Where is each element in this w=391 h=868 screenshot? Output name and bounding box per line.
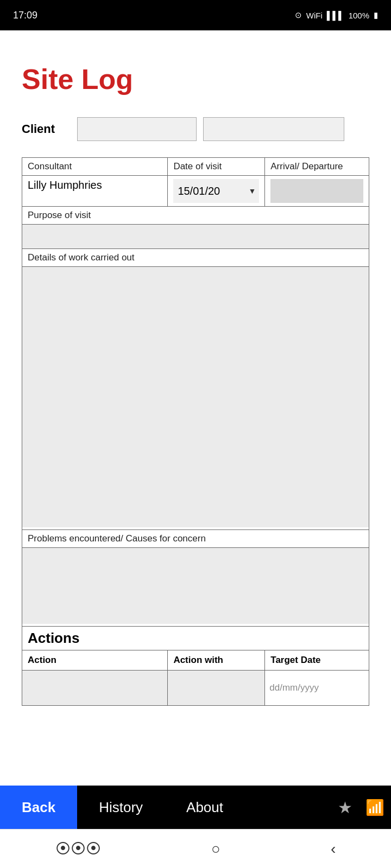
actions-heading: Actions bbox=[22, 627, 369, 650]
purpose-input-cell bbox=[22, 225, 369, 249]
details-label-row: Details of work carried out bbox=[22, 249, 369, 267]
about-button[interactable]: About bbox=[165, 799, 245, 816]
location-icon: ⊙ bbox=[295, 10, 302, 20]
problems-label: Problems encountered/ Causes for concern bbox=[22, 530, 369, 548]
back-button[interactable]: Back bbox=[0, 786, 77, 829]
date-field-container[interactable]: 15/01/20 ▼ bbox=[173, 179, 259, 203]
actions-header-row: Action Action with Target Date bbox=[22, 650, 369, 671]
actions-heading-row: Actions bbox=[22, 627, 369, 650]
bottom-nav: Back History About ★ 📶 bbox=[0, 786, 391, 829]
client-input-1[interactable] bbox=[77, 117, 197, 141]
action-input[interactable] bbox=[22, 671, 167, 705]
history-button[interactable]: History bbox=[77, 799, 165, 816]
table-header-row: Consultant Date of visit Arrival/ Depart… bbox=[22, 158, 369, 176]
wifi-icon: WiFi bbox=[306, 11, 323, 20]
client-label: Client bbox=[22, 122, 71, 136]
signal-icon: ▌▌▌ bbox=[327, 11, 344, 20]
date-header: Date of visit bbox=[168, 158, 265, 176]
date-value: 15/01/20 ▼ bbox=[168, 176, 265, 207]
arrival-header: Arrival/ Departure bbox=[265, 158, 369, 176]
status-bar: 17:09 ⊙ WiFi ▌▌▌ 100% ▮ bbox=[0, 0, 391, 30]
consultant-value: Lilly Humphries bbox=[22, 176, 168, 207]
problems-textarea[interactable] bbox=[22, 548, 369, 624]
status-time: 17:09 bbox=[13, 10, 37, 21]
battery-text: 100% bbox=[349, 11, 369, 20]
target-date-cell: dd/mm/yyyy bbox=[265, 671, 369, 706]
back-arrow-icon[interactable]: ‹ bbox=[331, 840, 336, 858]
battery-icon: ▮ bbox=[374, 10, 378, 20]
action-with-col-header: Action with bbox=[168, 650, 265, 671]
status-icons: ⊙ WiFi ▌▌▌ 100% ▮ bbox=[295, 10, 378, 20]
purpose-label: Purpose of visit bbox=[22, 207, 369, 225]
table-values-row: Lilly Humphries 15/01/20 ▼ bbox=[22, 176, 369, 207]
action-with-input[interactable] bbox=[168, 671, 264, 705]
problems-input-row bbox=[22, 548, 369, 627]
home-icon[interactable]: ○ bbox=[211, 840, 220, 858]
target-date-placeholder[interactable]: dd/mm/yyyy bbox=[265, 671, 369, 705]
details-input-cell bbox=[22, 267, 369, 530]
problems-input-cell bbox=[22, 548, 369, 627]
action-with-cell bbox=[168, 671, 265, 706]
details-input-row bbox=[22, 267, 369, 530]
details-label: Details of work carried out bbox=[22, 249, 369, 267]
dropdown-icon[interactable]: ▼ bbox=[245, 187, 259, 195]
android-nav-bar: ⦿⦿⦿ ○ ‹ bbox=[0, 829, 391, 868]
action-cell bbox=[22, 671, 168, 706]
recent-apps-icon[interactable]: ⦿⦿⦿ bbox=[55, 840, 101, 858]
details-textarea[interactable] bbox=[22, 267, 369, 527]
main-content: Site Log Client Consultant Date of visit… bbox=[0, 30, 391, 786]
date-display: 15/01/20 bbox=[173, 185, 245, 197]
arrival-value bbox=[265, 176, 369, 207]
purpose-label-row: Purpose of visit bbox=[22, 207, 369, 225]
action-col-header: Action bbox=[22, 650, 168, 671]
purpose-input[interactable] bbox=[22, 225, 369, 248]
client-input-2[interactable] bbox=[203, 117, 344, 141]
actions-data-row: dd/mm/yyyy bbox=[22, 671, 369, 706]
star-icon[interactable]: ★ bbox=[331, 798, 359, 817]
client-row: Client bbox=[22, 117, 369, 141]
form-table: Consultant Date of visit Arrival/ Depart… bbox=[22, 157, 369, 706]
target-date-col-header: Target Date bbox=[265, 650, 369, 671]
arrival-field[interactable] bbox=[270, 179, 363, 203]
page-title: Site Log bbox=[22, 63, 369, 95]
wifi-signal-icon: 📶 bbox=[359, 799, 391, 816]
purpose-input-row bbox=[22, 225, 369, 249]
consultant-header: Consultant bbox=[22, 158, 168, 176]
problems-label-row: Problems encountered/ Causes for concern bbox=[22, 530, 369, 548]
